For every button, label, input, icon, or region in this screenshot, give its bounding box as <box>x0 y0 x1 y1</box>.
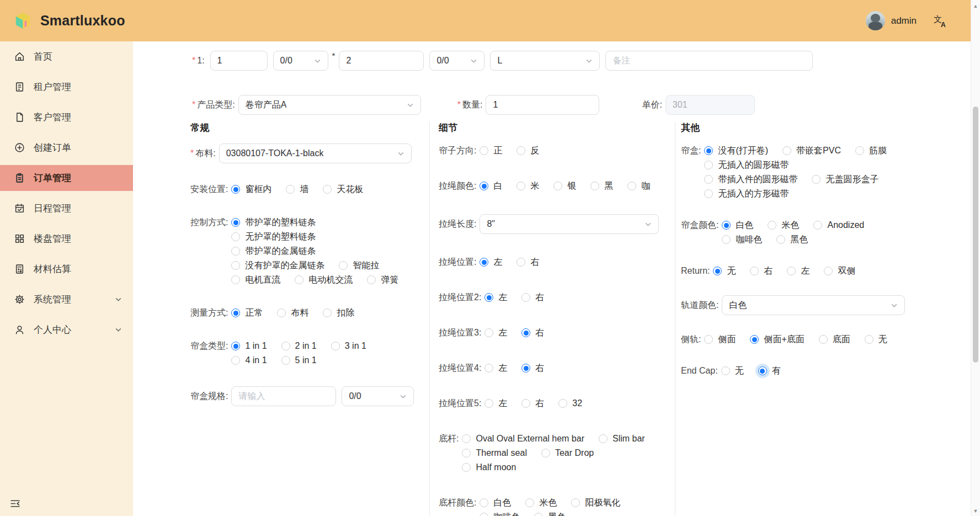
translate-icon[interactable]: 文 A <box>933 13 948 28</box>
radio-unselected[interactable] <box>367 275 376 284</box>
radio-option[interactable]: 双侧 <box>824 265 855 277</box>
radio-option[interactable]: 右 <box>521 363 544 374</box>
radio-option[interactable]: 扣除 <box>323 307 354 319</box>
radio-unselected[interactable] <box>462 463 471 472</box>
radio-option[interactable]: Tear Drop <box>541 448 594 458</box>
radio-unselected[interactable] <box>339 261 348 270</box>
radio-option[interactable]: 左 <box>484 398 507 409</box>
radio-unselected[interactable] <box>534 513 543 516</box>
dropdown-select[interactable]: 0/0 <box>429 51 484 71</box>
radio-unselected[interactable] <box>516 182 525 190</box>
radio-selected[interactable] <box>750 335 759 344</box>
dropdown-select[interactable]: 8" <box>480 214 659 234</box>
radio-option[interactable]: 白色 <box>480 497 511 509</box>
radio-option[interactable]: 咖啡色 <box>722 234 762 246</box>
radio-unselected[interactable] <box>480 146 488 155</box>
radio-unselected[interactable] <box>704 335 713 344</box>
radio-option[interactable]: 2 in 1 <box>281 341 317 351</box>
radio-unselected[interactable] <box>231 261 240 270</box>
sidebar-item-0[interactable]: 首页 <box>0 44 133 70</box>
radio-option[interactable]: 侧面 <box>704 334 736 345</box>
user-avatar[interactable] <box>866 11 885 30</box>
radio-unselected[interactable] <box>484 364 493 373</box>
radio-unselected[interactable] <box>571 498 580 507</box>
radio-unselected[interactable] <box>323 308 332 317</box>
radio-unselected[interactable] <box>812 175 821 184</box>
radio-option[interactable]: 左 <box>480 257 502 268</box>
radio-option[interactable]: 32 <box>558 398 582 408</box>
radio-unselected[interactable] <box>516 146 525 155</box>
radio-unselected[interactable] <box>553 182 562 190</box>
radio-unselected[interactable] <box>782 146 791 155</box>
radio-option[interactable]: 银 <box>553 180 576 192</box>
radio-option[interactable]: 4 in 1 <box>231 355 267 365</box>
radio-option[interactable]: 反 <box>516 145 539 157</box>
radio-option[interactable]: 左 <box>484 327 507 339</box>
sidebar-item-2[interactable]: 客户管理 <box>0 104 133 130</box>
radio-unselected[interactable] <box>558 399 567 408</box>
radio-unselected[interactable] <box>286 185 295 194</box>
radio-selected[interactable] <box>231 308 240 317</box>
radio-option[interactable]: 带护罩的塑料链条 <box>231 217 316 228</box>
sidebar-item-9[interactable]: 个人中心 <box>0 317 133 343</box>
radio-option[interactable]: 无护罩的塑料链条 <box>231 231 316 243</box>
radio-selected[interactable] <box>521 328 530 337</box>
sidebar-item-7[interactable]: 材料估算 <box>0 256 133 282</box>
radio-selected[interactable] <box>484 293 493 302</box>
radio-unselected[interactable] <box>721 366 730 375</box>
sidebar-item-5[interactable]: 日程管理 <box>0 195 133 221</box>
radio-option[interactable]: 带嵌套PVC <box>782 145 841 157</box>
radio-option[interactable]: 电机直流 <box>231 274 280 286</box>
radio-option[interactable]: 正 <box>480 145 502 157</box>
radio-unselected[interactable] <box>331 342 340 350</box>
radio-unselected[interactable] <box>704 175 713 184</box>
sidebar-item-1[interactable]: 租户管理 <box>0 74 133 100</box>
radio-option[interactable]: 侧面+底面 <box>750 334 804 345</box>
radio-option[interactable]: 无 <box>721 365 744 377</box>
radio-unselected[interactable] <box>521 293 530 302</box>
radio-option[interactable]: 米色 <box>525 497 557 509</box>
scrollbar-up-arrow[interactable]: ▲ <box>971 2 980 10</box>
radio-option[interactable]: 布料 <box>277 307 308 319</box>
radio-selected[interactable] <box>704 146 713 155</box>
user-name[interactable]: admin <box>891 15 917 26</box>
radio-unselected[interactable] <box>231 356 240 365</box>
radio-unselected[interactable] <box>813 221 822 230</box>
radio-unselected[interactable] <box>231 232 240 241</box>
radio-option[interactable]: 智能拉 <box>339 260 379 272</box>
scrollbar-down-arrow[interactable]: ▼ <box>971 507 980 515</box>
radio-unselected[interactable] <box>819 335 828 344</box>
radio-option[interactable]: 窗框内 <box>231 184 271 195</box>
radio-option[interactable]: 白色 <box>722 220 753 231</box>
radio-option[interactable]: 无 <box>865 334 887 345</box>
radio-unselected[interactable] <box>627 182 636 190</box>
radio-option[interactable]: 左 <box>787 265 809 277</box>
sidebar-collapse-icon[interactable] <box>9 498 21 509</box>
radio-option[interactable]: 米色 <box>768 220 799 231</box>
radio-unselected[interactable] <box>768 221 776 230</box>
radio-option[interactable]: 右 <box>750 265 773 277</box>
radio-unselected[interactable] <box>281 356 290 365</box>
radio-option[interactable]: 3 in 1 <box>331 341 366 351</box>
radio-option[interactable]: 左 <box>484 292 507 304</box>
radio-option[interactable]: Oval Oval External hem bar <box>462 434 584 444</box>
radio-option[interactable]: 墙 <box>286 184 308 195</box>
radio-selected[interactable] <box>231 185 240 194</box>
radio-option[interactable]: 白 <box>480 180 502 192</box>
product-type-select[interactable]: 卷帘产品A <box>238 95 421 115</box>
radio-option[interactable]: 左 <box>484 363 507 374</box>
radio-unselected[interactable] <box>599 434 608 443</box>
radio-unselected[interactable] <box>776 235 785 244</box>
radio-selected[interactable] <box>713 267 722 275</box>
dropdown-select[interactable]: 0/0 <box>273 51 328 71</box>
radio-unselected[interactable] <box>462 434 471 443</box>
sidebar-item-3[interactable]: 创建订单 <box>0 135 133 161</box>
radio-option[interactable]: 电动机交流 <box>295 274 353 286</box>
text-input[interactable] <box>605 51 813 71</box>
radio-option[interactable]: 弹簧 <box>367 274 398 286</box>
radio-selected[interactable] <box>231 342 240 350</box>
radio-option[interactable]: 筋膜 <box>855 145 887 157</box>
radio-option[interactable]: 咖 <box>627 180 650 192</box>
radio-option[interactable]: 阳极氧化 <box>571 497 620 509</box>
dropdown-select[interactable]: L <box>490 51 600 71</box>
